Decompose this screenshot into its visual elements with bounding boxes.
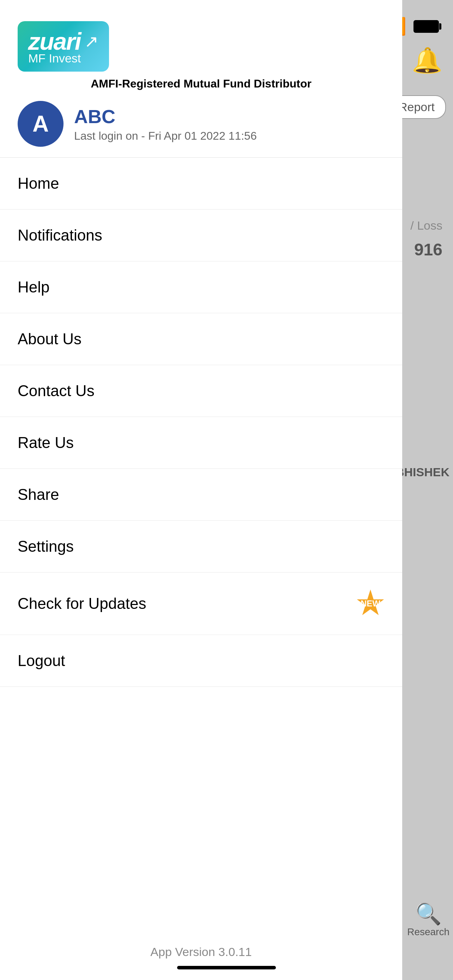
menu-item-label-home: Home [17, 175, 59, 192]
drawer-footer: App Version 3.0.11 [0, 931, 402, 980]
bg-research-label: Research [407, 926, 450, 938]
bg-user-name: BHISHEK [396, 465, 450, 479]
menu-item-notifications[interactable]: Notifications [0, 210, 402, 261]
side-drawer: zuari ↗ MF Invest AMFI-Registered Mutual… [0, 0, 402, 980]
menu-item-check-updates[interactable]: Check for UpdatesNEW [0, 573, 402, 635]
bg-number: 916 [414, 240, 442, 259]
new-badge-check-updates: NEW [356, 589, 385, 618]
menu-item-help[interactable]: Help [0, 261, 402, 313]
menu-item-label-share: Share [17, 486, 59, 503]
logo-arrow-icon: ↗ [84, 32, 99, 51]
menu-item-about-us[interactable]: About Us [0, 313, 402, 365]
bg-research-icon: 🔍 [407, 901, 450, 926]
bg-bell-icon: 🔔 [412, 46, 442, 75]
menu-item-label-contact-us: Contact Us [17, 382, 95, 400]
bg-loss-label: / Loss [410, 219, 442, 232]
zuari-logo: zuari ↗ MF Invest [17, 21, 109, 72]
home-indicator [177, 966, 276, 969]
app-version: App Version 3.0.11 [150, 945, 251, 958]
drawer-header: zuari ↗ MF Invest AMFI-Registered Mutual… [0, 0, 402, 158]
menu-item-settings[interactable]: Settings [0, 521, 402, 573]
menu-item-label-rate-us: Rate Us [17, 434, 74, 452]
bg-research-section: 🔍 Research [407, 901, 450, 938]
menu-item-rate-us[interactable]: Rate Us [0, 417, 402, 469]
background-right-panel [402, 0, 453, 980]
user-info: ABC Last login on - Fri Apr 01 2022 11:5… [74, 105, 257, 143]
logo-zuari-text: zuari [28, 27, 81, 55]
menu-item-contact-us[interactable]: Contact Us [0, 365, 402, 417]
user-last-login: Last login on - Fri Apr 01 2022 11:56 [74, 129, 257, 143]
user-section: A ABC Last login on - Fri Apr 01 2022 11… [17, 101, 385, 147]
menu-item-label-about-us: About Us [17, 330, 81, 348]
menu-item-label-settings: Settings [17, 538, 74, 555]
menu-item-logout[interactable]: Logout [0, 635, 402, 687]
menu-item-label-logout: Logout [17, 652, 65, 670]
menu-list: HomeNotificationsHelpAbout UsContact UsR… [0, 158, 402, 931]
battery-icon [413, 20, 439, 33]
avatar-letter: A [32, 111, 49, 137]
amfi-registered-text: AMFI-Registered Mutual Fund Distributor [17, 77, 385, 90]
menu-item-share[interactable]: Share [0, 469, 402, 521]
logo-mf-text: MF Invest [28, 51, 81, 65]
user-name: ABC [74, 105, 257, 127]
menu-item-label-notifications: Notifications [17, 226, 102, 244]
logo-container: zuari ↗ MF Invest AMFI-Registered Mutual… [17, 21, 385, 90]
menu-item-label-help: Help [17, 278, 50, 296]
menu-item-home[interactable]: Home [0, 158, 402, 210]
avatar: A [17, 101, 64, 147]
menu-item-label-check-updates: Check for Updates [17, 595, 146, 612]
